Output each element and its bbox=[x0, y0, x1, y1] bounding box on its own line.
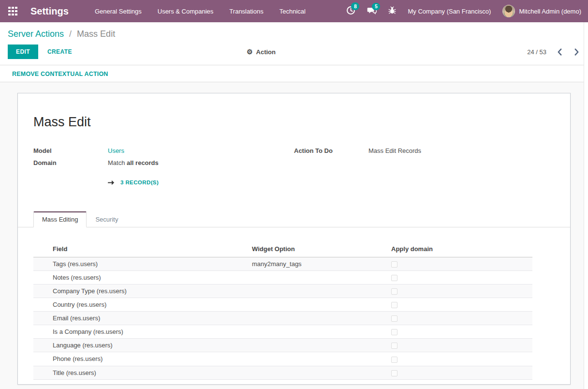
user-avatar bbox=[502, 5, 515, 17]
nav-menu: General SettingsUsers & CompaniesTransla… bbox=[95, 8, 306, 15]
notebook-tabs: Mass EditingSecurity bbox=[18, 211, 570, 227]
table-row[interactable]: Is a Company (res.users) bbox=[33, 325, 532, 339]
apply-domain-checkbox[interactable] bbox=[391, 329, 397, 335]
widget-cell bbox=[252, 271, 391, 284]
breadcrumb-separator: / bbox=[69, 29, 72, 39]
gear-icon: ⚙ bbox=[247, 48, 253, 55]
field-cell: Phone (res.users) bbox=[33, 352, 252, 366]
apply-domain-checkbox[interactable] bbox=[391, 275, 397, 281]
apply-domain-checkbox[interactable] bbox=[391, 315, 397, 322]
table-row[interactable]: Notes (res.users) bbox=[33, 271, 532, 284]
widget-cell: many2many_tags bbox=[252, 257, 391, 271]
activity-count-badge: 8 bbox=[351, 2, 359, 10]
domain-value: Match all records bbox=[108, 159, 159, 166]
action-menu-button[interactable]: ⚙ Action bbox=[247, 48, 276, 56]
table-row[interactable]: Company Type (res.users) bbox=[33, 284, 532, 298]
column-header-apply-domain[interactable]: Apply domain bbox=[391, 241, 532, 257]
chevron-left-icon bbox=[557, 48, 562, 56]
apply-domain-cell bbox=[391, 284, 532, 298]
activities-button[interactable]: 8 bbox=[346, 6, 355, 16]
breadcrumb-parent[interactable]: Server Actions bbox=[8, 29, 64, 39]
pager-previous-button[interactable] bbox=[556, 47, 563, 57]
field-cell: Language (res.users) bbox=[33, 339, 252, 352]
tab-security[interactable]: Security bbox=[87, 211, 127, 227]
debug-button[interactable] bbox=[388, 6, 396, 16]
widget-cell bbox=[252, 339, 391, 352]
pager-value[interactable]: 24 / 53 bbox=[527, 48, 546, 56]
table-row[interactable]: Country (res.users) bbox=[33, 298, 532, 312]
navbar-right: 8 5 My Company (San Francisco) Mitchell … bbox=[346, 5, 581, 17]
menu-item-users-companies[interactable]: Users & Companies bbox=[158, 8, 214, 15]
messages-button[interactable]: 5 bbox=[367, 6, 377, 16]
records-row: 3 RECORD(S) bbox=[33, 171, 294, 186]
mass-edit-table-body: Tags (res.users) many2many_tags Notes (r… bbox=[33, 257, 532, 380]
field-cell: Tags (res.users) bbox=[33, 257, 252, 271]
user-menu[interactable]: Mitchell Admin (demo) bbox=[502, 5, 581, 17]
table-header-row: Field Widget Option Apply domain bbox=[33, 241, 532, 257]
action-to-do-label: Action To Do bbox=[294, 147, 368, 154]
top-navbar: Settings General SettingsUsers & Compani… bbox=[0, 0, 588, 22]
create-button[interactable]: CREATE bbox=[47, 48, 72, 55]
tab-mass-editing[interactable]: Mass Editing bbox=[33, 211, 87, 227]
domain-value-bold: all records bbox=[127, 159, 159, 166]
apply-domain-checkbox[interactable] bbox=[391, 261, 397, 268]
field-cell: Is a Company (res.users) bbox=[33, 325, 252, 339]
menu-item-general-settings[interactable]: General Settings bbox=[95, 8, 142, 15]
form-view: Mass Edit Model Users Domain Match all r… bbox=[0, 82, 588, 389]
control-panel-buttons: EDIT CREATE ⚙ Action 24 / 53 bbox=[8, 40, 580, 65]
breadcrumb: Server Actions / Mass Edit bbox=[8, 28, 580, 40]
apply-domain-cell bbox=[391, 257, 532, 271]
apply-domain-checkbox[interactable] bbox=[391, 370, 397, 376]
field-action-to-do: Action To Do Mass Edit Records bbox=[294, 147, 555, 154]
field-group-right: Action To Do Mass Edit Records bbox=[294, 147, 555, 191]
table-row[interactable]: Email (res.users) bbox=[33, 312, 532, 325]
column-header-field[interactable]: Field bbox=[33, 241, 252, 257]
pager-next-button[interactable] bbox=[573, 47, 580, 57]
widget-cell bbox=[252, 366, 391, 379]
table-row[interactable]: Language (res.users) bbox=[33, 339, 532, 352]
model-value-link[interactable]: Users bbox=[108, 147, 124, 154]
apply-domain-checkbox[interactable] bbox=[391, 357, 397, 363]
breadcrumb-current: Mass Edit bbox=[77, 29, 115, 39]
table-row[interactable]: Title (res.users) bbox=[33, 366, 532, 379]
remove-contextual-action-button[interactable]: REMOVE CONTEXTUAL ACTION bbox=[12, 71, 108, 77]
contextual-action-bar: REMOVE CONTEXTUAL ACTION bbox=[0, 65, 588, 82]
action-to-do-value: Mass Edit Records bbox=[368, 147, 421, 154]
widget-cell bbox=[252, 352, 391, 366]
apply-domain-cell bbox=[391, 298, 532, 312]
widget-cell bbox=[252, 298, 391, 312]
records-count-label: 3 RECORD(S) bbox=[120, 179, 159, 186]
apps-grid-icon[interactable] bbox=[8, 7, 17, 16]
action-menu-label: Action bbox=[256, 48, 276, 56]
model-label: Model bbox=[33, 147, 108, 154]
apply-domain-cell bbox=[391, 352, 532, 366]
field-cell: Email (res.users) bbox=[33, 312, 252, 325]
tab-content-mass-editing: Field Widget Option Apply domain Tags (r… bbox=[33, 227, 555, 380]
chevron-right-icon bbox=[574, 48, 579, 56]
apply-domain-checkbox[interactable] bbox=[391, 343, 397, 349]
company-switcher[interactable]: My Company (San Francisco) bbox=[408, 8, 491, 15]
column-header-widget-option[interactable]: Widget Option bbox=[252, 241, 391, 257]
records-button[interactable]: 3 RECORD(S) bbox=[108, 179, 159, 186]
field-group-left: Model Users Domain Match all records 3 R… bbox=[33, 147, 294, 191]
apply-domain-checkbox[interactable] bbox=[391, 288, 397, 295]
field-cell: Company Type (res.users) bbox=[33, 284, 252, 298]
app-name[interactable]: Settings bbox=[30, 6, 69, 17]
menu-item-technical[interactable]: Technical bbox=[279, 8, 306, 15]
apply-domain-checkbox[interactable] bbox=[391, 302, 397, 308]
user-name: Mitchell Admin (demo) bbox=[519, 8, 581, 15]
menu-item-translations[interactable]: Translations bbox=[229, 8, 263, 15]
apply-domain-cell bbox=[391, 339, 532, 352]
messages-count-badge: 5 bbox=[372, 3, 380, 11]
table-row[interactable]: Tags (res.users) many2many_tags bbox=[33, 257, 532, 271]
field-cell: Country (res.users) bbox=[33, 298, 252, 312]
record-title: Mass Edit bbox=[33, 115, 555, 130]
widget-cell bbox=[252, 325, 391, 339]
apply-domain-cell bbox=[391, 312, 532, 325]
table-row[interactable]: Phone (res.users) bbox=[33, 352, 532, 366]
field-cell: Notes (res.users) bbox=[33, 271, 252, 284]
field-cell: Title (res.users) bbox=[33, 366, 252, 379]
scrollbar-track[interactable] bbox=[584, 22, 588, 389]
widget-cell bbox=[252, 284, 391, 298]
edit-button[interactable]: EDIT bbox=[8, 45, 38, 59]
